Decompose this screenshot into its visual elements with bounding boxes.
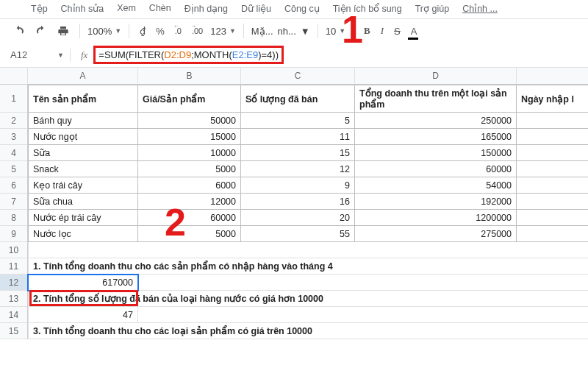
- zoom-select[interactable]: 100%▼: [87, 26, 121, 37]
- menu-tools[interactable]: Công cụ: [284, 3, 320, 14]
- font-select[interactable]: Mặ...: [251, 26, 273, 37]
- cell[interactable]: 6000: [138, 177, 241, 194]
- cell[interactable]: Bánh quy: [28, 113, 138, 129]
- font-size[interactable]: 10▼: [326, 26, 345, 37]
- row-header-1[interactable]: 1: [0, 85, 28, 113]
- cell[interactable]: 1200000: [355, 210, 517, 226]
- row-header-12[interactable]: 12: [0, 275, 28, 291]
- row-header[interactable]: 5: [0, 161, 28, 177]
- select-all-corner[interactable]: [0, 68, 28, 85]
- cell[interactable]: 55: [241, 226, 355, 242]
- cell[interactable]: 165000: [355, 129, 517, 145]
- row-header[interactable]: 3: [0, 129, 28, 145]
- cell[interactable]: 5000: [138, 226, 241, 242]
- cell[interactable]: Snack: [28, 161, 138, 177]
- undo-button[interactable]: [10, 24, 28, 38]
- menu-help[interactable]: Trợ giúp: [415, 3, 449, 14]
- row-header-13[interactable]: 13: [0, 291, 28, 307]
- cell[interactable]: Nước ngọt: [28, 129, 138, 145]
- menu-addons[interactable]: Tiện ích bổ sung: [333, 3, 402, 14]
- cell[interactable]: 12000: [138, 194, 241, 210]
- menu-insert[interactable]: Chèn: [149, 3, 171, 14]
- cell-blank[interactable]: [28, 242, 588, 258]
- header-cell[interactable]: Số lượng đã bán: [241, 85, 355, 113]
- cell[interactable]: [517, 194, 588, 210]
- bold-button[interactable]: B: [361, 24, 373, 38]
- cell[interactable]: [517, 145, 588, 161]
- col-header-e[interactable]: [517, 68, 588, 85]
- row-header-14[interactable]: 14: [0, 307, 28, 323]
- cell[interactable]: Nước lọc: [28, 226, 138, 242]
- row-header[interactable]: 8: [0, 210, 28, 226]
- cell[interactable]: [517, 210, 588, 226]
- cell-a14[interactable]: 47: [28, 307, 138, 323]
- percent-button[interactable]: %: [153, 24, 168, 38]
- italic-button[interactable]: I: [378, 24, 387, 38]
- header-cell[interactable]: Ngày nhập l: [517, 85, 588, 113]
- row-header-15[interactable]: 15: [0, 323, 28, 339]
- menu-file[interactable]: Tệp: [31, 3, 48, 14]
- dec-increase-button[interactable]: .00→: [189, 25, 206, 37]
- header-cell[interactable]: Tên sản phẩm: [28, 85, 138, 113]
- menu-format[interactable]: Định dạng: [184, 3, 228, 14]
- redo-button[interactable]: [32, 24, 50, 38]
- cell[interactable]: [517, 177, 588, 194]
- menu-view[interactable]: Xem: [117, 3, 136, 14]
- cell[interactable]: 5: [241, 113, 355, 129]
- menu-more[interactable]: Chỉnh ...: [462, 3, 498, 14]
- menu-data[interactable]: Dữ liệu: [241, 3, 271, 14]
- row-header-11[interactable]: 11: [0, 258, 28, 275]
- cell[interactable]: 54000: [355, 177, 517, 194]
- row-header[interactable]: 7: [0, 194, 28, 210]
- cell[interactable]: 50000: [138, 113, 241, 129]
- cell[interactable]: 5000: [138, 161, 241, 177]
- header-cell[interactable]: Giá/Sản phẩm: [138, 85, 241, 113]
- cell[interactable]: 15000: [138, 129, 241, 145]
- cell[interactable]: Kẹo trái cây: [28, 177, 138, 194]
- cell[interactable]: [517, 113, 588, 129]
- row-header[interactable]: 9: [0, 226, 28, 242]
- formula-bar[interactable]: =SUM(FILTER(D2:D9;MONTH(E2:E9)=4)): [93, 46, 284, 64]
- cell[interactable]: Sữa chua: [28, 194, 138, 210]
- cell[interactable]: [517, 161, 588, 177]
- cell[interactable]: 20: [241, 210, 355, 226]
- currency-button[interactable]: ₫: [137, 24, 148, 38]
- cell[interactable]: 10000: [138, 145, 241, 161]
- col-header-a[interactable]: A: [28, 68, 138, 85]
- dec-decrease-button[interactable]: .0←: [172, 25, 184, 37]
- cell[interactable]: [138, 307, 588, 323]
- cell[interactable]: 16: [241, 194, 355, 210]
- print-button[interactable]: [54, 24, 72, 38]
- cell[interactable]: 150000: [355, 145, 517, 161]
- row-header[interactable]: 4: [0, 145, 28, 161]
- cell-a12-selected[interactable]: 617000: [28, 275, 138, 291]
- menu-edit[interactable]: Chỉnh sửa: [61, 3, 104, 14]
- number-format-select[interactable]: 123▼: [210, 26, 236, 37]
- cell[interactable]: [138, 275, 588, 291]
- spreadsheet-grid[interactable]: A B C D 1 Tên sản phẩm Giá/Sản phẩm Số l…: [0, 68, 588, 339]
- cell-summary-2-title[interactable]: 2. Tính tổng số lượng đã bán của loại hà…: [28, 291, 588, 307]
- row-header[interactable]: 6: [0, 177, 28, 194]
- row-header[interactable]: 2: [0, 113, 28, 129]
- cell[interactable]: 275000: [355, 226, 517, 242]
- name-box-dropdown-icon[interactable]: ▼: [57, 52, 64, 59]
- cell[interactable]: 60000: [138, 210, 241, 226]
- row-header-10[interactable]: 10: [0, 242, 28, 258]
- cell[interactable]: 250000: [355, 113, 517, 129]
- cell[interactable]: [517, 226, 588, 242]
- col-header-d[interactable]: D: [355, 68, 517, 85]
- col-header-b[interactable]: B: [138, 68, 241, 85]
- cell[interactable]: 60000: [355, 161, 517, 177]
- name-box[interactable]: A12: [7, 48, 51, 62]
- font-dropdown-icon[interactable]: ▼: [301, 26, 310, 37]
- cell[interactable]: [517, 129, 588, 145]
- cell[interactable]: 9: [241, 177, 355, 194]
- text-color-button[interactable]: A: [408, 24, 420, 38]
- col-header-c[interactable]: C: [241, 68, 355, 85]
- header-cell[interactable]: Tổng doanh thu trên một loại sản phẩm: [355, 85, 517, 113]
- cell[interactable]: 15: [241, 145, 355, 161]
- cell-summary-1-title[interactable]: 1. Tính tổng doanh thu cho các sản phẩm …: [28, 258, 588, 275]
- cell-summary-3-title[interactable]: 3. Tính tổng doanh thu cho các loại sản …: [28, 323, 588, 339]
- cell[interactable]: 192000: [355, 194, 517, 210]
- cell[interactable]: 11: [241, 129, 355, 145]
